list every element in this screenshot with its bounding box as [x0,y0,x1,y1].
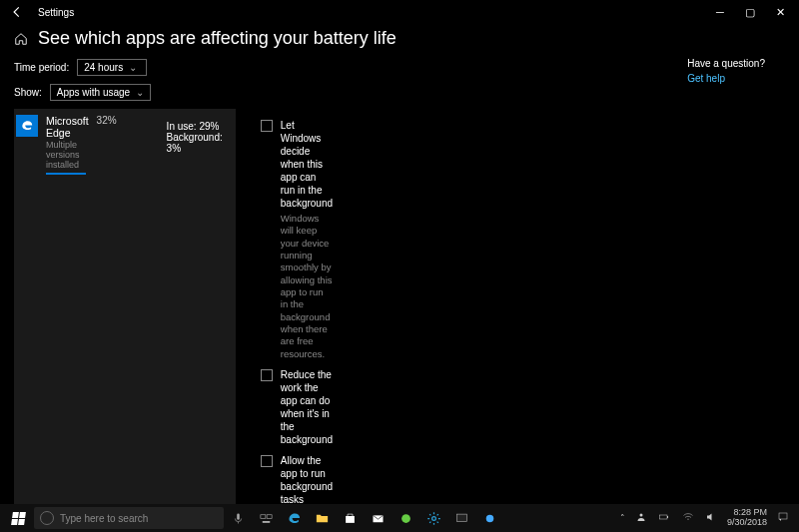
app-percent: 32% [97,115,121,126]
taskbar-search[interactable]: Type here to search [34,507,224,529]
checkbox-icon [261,455,273,467]
svg-point-11 [431,516,435,520]
taskbar-explorer-icon[interactable] [308,504,336,532]
checkbox-icon [261,120,273,132]
time-period-dropdown[interactable]: 24 hours [77,59,147,76]
checkbox-icon [261,369,273,381]
app-subtitle: Multiple versions installed [46,140,89,170]
show-dropdown[interactable]: Apps with usage [50,84,151,101]
taskbar-edge-icon[interactable] [280,504,308,532]
back-button[interactable] [4,1,30,23]
start-button[interactable] [4,504,32,532]
edge-icon [16,115,38,137]
svg-point-10 [401,514,410,523]
taskbar-app2-icon[interactable] [475,504,503,532]
tray-battery-icon[interactable] [657,511,671,525]
mic-icon[interactable] [224,504,252,532]
maximize-button[interactable]: ▢ [735,1,765,23]
help-question: Have a question? [687,58,765,69]
option-windows-decide[interactable]: Let Windows decide when this app can run… [261,119,333,360]
app-name: Microsoft Edge [46,115,89,139]
svg-point-14 [639,514,642,517]
svg-rect-16 [667,516,668,518]
chevron-down-icon [129,62,137,73]
search-placeholder: Type here to search [60,513,148,524]
titlebar: Settings ─ ▢ ✕ [0,0,799,24]
notification-icon[interactable] [777,511,789,525]
option-reduce-work[interactable]: Reduce the work the app can do when it's… [261,368,333,446]
option-allow-background[interactable]: Allow the app to run background tasks [261,454,333,506]
svg-rect-6 [260,514,265,518]
svg-rect-7 [267,514,272,518]
cortana-circle-icon [40,511,54,525]
tray-up-icon[interactable]: ˄ [620,513,625,523]
page-title: See which apps are affecting your batter… [38,28,397,49]
svg-rect-17 [779,513,787,519]
taskbar-store-icon[interactable] [336,504,364,532]
svg-rect-5 [237,513,240,519]
taskbar-clock[interactable]: 8:28 PM 9/30/2018 [727,508,767,528]
taskbar-mail-icon[interactable] [364,504,392,532]
app-row-edge[interactable]: Microsoft Edge Multiple versions install… [14,109,236,516]
svg-point-13 [485,514,493,522]
usage-detail: In use: 29% Background: 3% [137,115,223,158]
minimize-button[interactable]: ─ [705,1,735,23]
usage-bar [46,173,86,175]
get-help-link[interactable]: Get help [687,73,765,84]
tray-people-icon[interactable] [635,511,647,525]
svg-rect-8 [262,521,270,523]
show-label: Show: [14,87,42,98]
tray-volume-icon[interactable] [705,511,717,525]
taskbar-terminal-icon[interactable] [447,504,475,532]
tray-wifi-icon[interactable] [681,511,695,525]
taskbar: Type here to search ˄ 8:28 PM 9/30/2018 [0,504,799,532]
task-view-icon[interactable] [252,504,280,532]
taskbar-settings-icon[interactable] [419,504,447,532]
close-button[interactable]: ✕ [765,1,795,23]
time-period-label: Time period: [14,62,69,73]
svg-rect-15 [659,515,667,519]
window-title: Settings [38,7,74,18]
home-icon[interactable] [14,32,28,46]
svg-rect-12 [456,514,466,522]
chevron-down-icon [136,87,144,98]
taskbar-app-icon[interactable] [392,504,419,532]
